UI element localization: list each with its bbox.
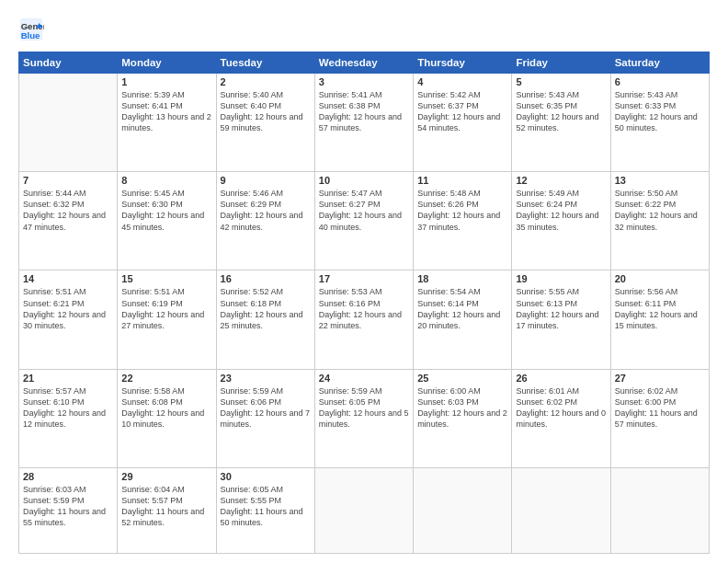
day-number: 28: [23, 471, 113, 482]
calendar-day-cell: 14Sunrise: 5:51 AM Sunset: 6:21 PM Dayli…: [19, 270, 118, 369]
weekday-header: Tuesday: [216, 52, 314, 74]
day-info: Sunrise: 5:56 AM Sunset: 6:11 PM Dayligh…: [615, 286, 705, 331]
day-info: Sunrise: 5:48 AM Sunset: 6:26 PM Dayligh…: [417, 188, 507, 233]
calendar-table: SundayMondayTuesdayWednesdayThursdayFrid…: [18, 52, 710, 554]
calendar-day-cell: 24Sunrise: 5:59 AM Sunset: 6:05 PM Dayli…: [314, 369, 413, 467]
calendar-day-cell: 25Sunrise: 6:00 AM Sunset: 6:03 PM Dayli…: [414, 369, 512, 467]
day-number: 22: [121, 373, 211, 384]
day-info: Sunrise: 5:41 AM Sunset: 6:38 PM Dayligh…: [319, 89, 409, 134]
calendar-day-cell: [314, 467, 413, 553]
calendar-day-cell: 29Sunrise: 6:04 AM Sunset: 5:57 PM Dayli…: [118, 467, 216, 553]
calendar-day-cell: 10Sunrise: 5:47 AM Sunset: 6:27 PM Dayli…: [314, 172, 413, 270]
calendar-day-cell: 4Sunrise: 5:42 AM Sunset: 6:37 PM Daylig…: [414, 74, 512, 172]
day-info: Sunrise: 5:42 AM Sunset: 6:37 PM Dayligh…: [417, 89, 507, 134]
day-number: 25: [417, 373, 507, 384]
day-number: 6: [615, 76, 705, 87]
calendar-day-cell: 1Sunrise: 5:39 AM Sunset: 6:41 PM Daylig…: [118, 74, 216, 172]
calendar-day-cell: 19Sunrise: 5:55 AM Sunset: 6:13 PM Dayli…: [512, 270, 610, 369]
svg-text:Blue: Blue: [21, 30, 40, 40]
day-info: Sunrise: 5:55 AM Sunset: 6:13 PM Dayligh…: [516, 286, 606, 331]
calendar-day-cell: [414, 467, 512, 553]
logo: General Blue: [18, 17, 48, 42]
day-info: Sunrise: 5:46 AM Sunset: 6:29 PM Dayligh…: [221, 188, 311, 233]
day-info: Sunrise: 5:52 AM Sunset: 6:18 PM Dayligh…: [221, 286, 311, 331]
day-number: 2: [221, 76, 311, 87]
calendar-day-cell: 12Sunrise: 5:49 AM Sunset: 6:24 PM Dayli…: [512, 172, 610, 270]
day-number: 11: [417, 175, 507, 186]
calendar-day-cell: 28Sunrise: 6:03 AM Sunset: 5:59 PM Dayli…: [19, 467, 118, 553]
day-number: 8: [121, 175, 211, 186]
day-info: Sunrise: 5:43 AM Sunset: 6:35 PM Dayligh…: [516, 89, 606, 134]
day-info: Sunrise: 5:51 AM Sunset: 6:21 PM Dayligh…: [23, 286, 113, 331]
calendar-day-cell: 21Sunrise: 5:57 AM Sunset: 6:10 PM Dayli…: [19, 369, 118, 467]
weekday-header: Friday: [512, 52, 610, 74]
weekday-header: Sunday: [19, 52, 118, 74]
calendar-day-cell: 30Sunrise: 6:05 AM Sunset: 5:55 PM Dayli…: [216, 467, 314, 553]
day-info: Sunrise: 5:57 AM Sunset: 6:10 PM Dayligh…: [23, 385, 113, 431]
calendar-week-row: 21Sunrise: 5:57 AM Sunset: 6:10 PM Dayli…: [19, 369, 710, 467]
calendar-day-cell: 20Sunrise: 5:56 AM Sunset: 6:11 PM Dayli…: [610, 270, 709, 369]
day-info: Sunrise: 5:45 AM Sunset: 6:30 PM Dayligh…: [121, 188, 211, 233]
calendar-day-cell: 5Sunrise: 5:43 AM Sunset: 6:35 PM Daylig…: [512, 74, 610, 172]
calendar-day-cell: 15Sunrise: 5:51 AM Sunset: 6:19 PM Dayli…: [118, 270, 216, 369]
calendar-day-cell: 9Sunrise: 5:46 AM Sunset: 6:29 PM Daylig…: [216, 172, 314, 270]
day-info: Sunrise: 5:47 AM Sunset: 6:27 PM Dayligh…: [319, 188, 409, 233]
day-info: Sunrise: 5:39 AM Sunset: 6:41 PM Dayligh…: [121, 89, 211, 134]
day-number: 16: [221, 273, 311, 284]
calendar-header-row: SundayMondayTuesdayWednesdayThursdayFrid…: [19, 52, 710, 74]
day-number: 19: [516, 273, 606, 284]
day-info: Sunrise: 6:01 AM Sunset: 6:02 PM Dayligh…: [516, 385, 606, 431]
calendar-day-cell: 27Sunrise: 6:02 AM Sunset: 6:00 PM Dayli…: [610, 369, 709, 467]
day-number: 14: [23, 273, 113, 284]
day-info: Sunrise: 6:02 AM Sunset: 6:00 PM Dayligh…: [615, 385, 705, 431]
calendar-day-cell: [512, 467, 610, 553]
day-info: Sunrise: 5:50 AM Sunset: 6:22 PM Dayligh…: [615, 188, 705, 233]
weekday-header: Wednesday: [314, 52, 413, 74]
calendar-day-cell: 13Sunrise: 5:50 AM Sunset: 6:22 PM Dayli…: [610, 172, 709, 270]
day-number: 27: [615, 373, 705, 384]
calendar-day-cell: 16Sunrise: 5:52 AM Sunset: 6:18 PM Dayli…: [216, 270, 314, 369]
day-number: 30: [221, 471, 311, 482]
day-info: Sunrise: 6:03 AM Sunset: 5:59 PM Dayligh…: [23, 484, 113, 529]
day-info: Sunrise: 5:43 AM Sunset: 6:33 PM Dayligh…: [615, 89, 705, 134]
calendar-day-cell: 2Sunrise: 5:40 AM Sunset: 6:40 PM Daylig…: [216, 74, 314, 172]
day-number: 18: [417, 273, 507, 284]
day-info: Sunrise: 5:40 AM Sunset: 6:40 PM Dayligh…: [221, 89, 311, 134]
calendar-day-cell: 6Sunrise: 5:43 AM Sunset: 6:33 PM Daylig…: [610, 74, 709, 172]
day-number: 1: [121, 76, 211, 87]
day-number: 17: [319, 273, 409, 284]
day-info: Sunrise: 6:05 AM Sunset: 5:55 PM Dayligh…: [221, 484, 311, 529]
day-number: 12: [516, 175, 606, 186]
calendar-day-cell: 8Sunrise: 5:45 AM Sunset: 6:30 PM Daylig…: [118, 172, 216, 270]
day-number: 7: [23, 175, 113, 186]
page: General Blue SundayMondayTuesdayWednesda…: [0, 0, 728, 563]
day-number: 24: [319, 373, 409, 384]
day-number: 29: [121, 471, 211, 482]
calendar-day-cell: 3Sunrise: 5:41 AM Sunset: 6:38 PM Daylig…: [314, 74, 413, 172]
calendar-day-cell: 7Sunrise: 5:44 AM Sunset: 6:32 PM Daylig…: [19, 172, 118, 270]
calendar-day-cell: 23Sunrise: 5:59 AM Sunset: 6:06 PM Dayli…: [216, 369, 314, 467]
calendar-day-cell: [19, 74, 118, 172]
day-number: 10: [319, 175, 409, 186]
day-info: Sunrise: 5:53 AM Sunset: 6:16 PM Dayligh…: [319, 286, 409, 331]
header: General Blue: [18, 17, 710, 42]
day-number: 13: [615, 175, 705, 186]
day-number: 3: [319, 76, 409, 87]
weekday-header: Thursday: [414, 52, 512, 74]
weekday-header: Saturday: [610, 52, 709, 74]
day-number: 9: [221, 175, 311, 186]
day-info: Sunrise: 5:58 AM Sunset: 6:08 PM Dayligh…: [121, 385, 211, 431]
day-info: Sunrise: 6:00 AM Sunset: 6:03 PM Dayligh…: [417, 385, 507, 431]
day-number: 26: [516, 373, 606, 384]
day-info: Sunrise: 5:51 AM Sunset: 6:19 PM Dayligh…: [121, 286, 211, 331]
day-info: Sunrise: 5:59 AM Sunset: 6:06 PM Dayligh…: [221, 385, 311, 431]
calendar-week-row: 28Sunrise: 6:03 AM Sunset: 5:59 PM Dayli…: [19, 467, 710, 553]
day-info: Sunrise: 5:44 AM Sunset: 6:32 PM Dayligh…: [23, 188, 113, 233]
calendar-day-cell: 18Sunrise: 5:54 AM Sunset: 6:14 PM Dayli…: [414, 270, 512, 369]
calendar-week-row: 1Sunrise: 5:39 AM Sunset: 6:41 PM Daylig…: [19, 74, 710, 172]
day-info: Sunrise: 5:49 AM Sunset: 6:24 PM Dayligh…: [516, 188, 606, 233]
calendar-week-row: 14Sunrise: 5:51 AM Sunset: 6:21 PM Dayli…: [19, 270, 710, 369]
day-number: 21: [23, 373, 113, 384]
day-number: 5: [516, 76, 606, 87]
day-number: 23: [221, 373, 311, 384]
